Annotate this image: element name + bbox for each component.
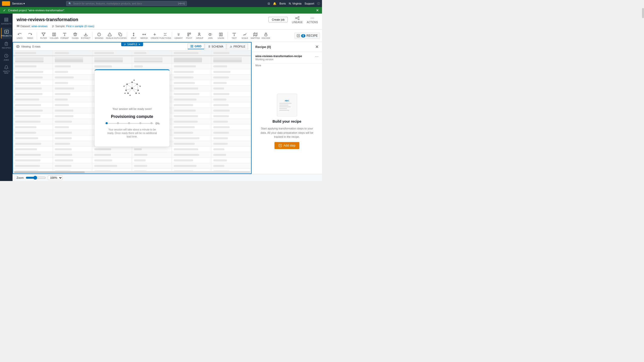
table-cell	[172, 102, 212, 108]
recipe-header-label: Recipe (0)	[255, 45, 271, 49]
column-button[interactable]: COLUMN	[49, 31, 59, 41]
text-button[interactable]: TEXT	[229, 31, 239, 41]
grid-tab[interactable]: GRID	[188, 43, 204, 49]
zoom-select[interactable]: 100% 75% 125% 150%	[48, 175, 63, 180]
table-cell	[172, 75, 212, 80]
scroll-thumb[interactable]	[14, 171, 85, 173]
recipe-more-button[interactable]: ⋯	[315, 55, 318, 59]
sidebar-item-projects[interactable]: PROJECTS	[1, 28, 12, 39]
lineage-button[interactable]: LINEAGE	[292, 16, 303, 24]
scale-button[interactable]: SCALE	[240, 31, 250, 41]
filter-button[interactable]: FILTER	[38, 31, 49, 41]
svg-point-14	[298, 19, 299, 20]
format-button[interactable]: FORMAT	[60, 31, 70, 41]
table-cell	[13, 158, 53, 163]
grid-recipe-container: Viewing 0 rows GRID SCHEMA	[13, 42, 322, 174]
col-header-3	[92, 51, 132, 56]
table-cell	[92, 158, 132, 163]
build-recipe-desc: Start applying transformation steps to y…	[258, 126, 316, 139]
create-button[interactable]: CREATE	[150, 31, 160, 41]
svg-rect-24	[54, 33, 56, 36]
global-search[interactable]: 🔍 Search for services, features, marketp…	[66, 1, 187, 6]
actions-menu[interactable]: ⋯ ACTIONS	[307, 16, 318, 24]
union-button[interactable]: UNION	[216, 31, 226, 41]
table-cell	[53, 141, 93, 146]
table-cell	[53, 135, 93, 141]
col-header-5	[172, 51, 212, 56]
extract-button[interactable]: EXTRACT	[81, 31, 91, 41]
join-button[interactable]: JOIN	[205, 31, 215, 41]
svg-rect-8	[6, 42, 7, 43]
hist-6	[211, 56, 251, 63]
support-menu[interactable]: Support	[304, 2, 314, 5]
recipe-toggle-button[interactable]: 0 RECIPE	[294, 33, 320, 39]
sidebar-item-datasets[interactable]: DATASETS	[1, 16, 12, 27]
svg-rect-61	[191, 47, 192, 48]
svg-marker-50	[254, 33, 257, 36]
sidebar-item-jobs[interactable]: JOBS	[1, 52, 12, 63]
missing-button[interactable]: MISSING	[94, 31, 104, 41]
clean-button[interactable]: CLEAN	[70, 31, 80, 41]
functions-button[interactable]: FUNCTIONS	[160, 31, 170, 41]
svg-rect-3	[5, 21, 8, 22]
table-cell	[92, 152, 132, 157]
table-cell	[172, 163, 212, 168]
sidebar-item-whatsnew[interactable]: WHAT'S NEW	[1, 64, 12, 75]
mapping-button[interactable]: MAPPING	[250, 31, 260, 41]
invalid-button[interactable]: INVALID	[105, 31, 115, 41]
close-recipe-button[interactable]: ✕	[315, 44, 318, 49]
recipe-panel: Recipe (0) ✕ wine-reviews-transformation…	[252, 42, 322, 174]
recipe-illustration: ABC	[277, 94, 297, 116]
encode-button[interactable]: ENCODE	[261, 31, 271, 41]
project-meta: Dataset: wine-reviews Sample: First n sa…	[17, 25, 318, 28]
pivot-button[interactable]: PIVOT	[184, 31, 194, 41]
bell-icon[interactable]: 🔔	[273, 2, 276, 5]
col-header-1	[13, 51, 53, 56]
table-cell	[53, 69, 93, 74]
schema-tab[interactable]: SCHEMA	[205, 43, 226, 49]
merge-button[interactable]: MERGE	[139, 31, 149, 41]
add-step-button[interactable]: Add step	[274, 142, 299, 149]
col-header-2	[53, 51, 93, 56]
svg-point-101	[139, 93, 140, 94]
create-job-button[interactable]: Create job	[268, 17, 288, 22]
table-cell	[172, 147, 212, 152]
redo-button[interactable]: REDO	[25, 31, 35, 41]
table-cell	[172, 130, 212, 135]
svg-line-15	[297, 17, 298, 18]
sep2	[92, 32, 93, 39]
table-cell	[13, 108, 53, 113]
close-banner-button[interactable]: ✕	[316, 8, 319, 12]
undo-button[interactable]: UNDO	[15, 31, 25, 41]
dataset-link[interactable]: wine-reviews	[31, 25, 48, 28]
svg-point-58	[17, 46, 18, 47]
success-banner: ✓ Created project "wine-reviews-transfor…	[0, 7, 322, 14]
table-row	[13, 64, 251, 69]
sidebar-item-recipes[interactable]: RECIPES	[1, 40, 12, 51]
table-cell	[172, 152, 212, 157]
progress-step-3	[139, 122, 141, 124]
services-menu[interactable]: Services ▾	[12, 2, 25, 5]
duplicates-button[interactable]: DUPLICATES	[115, 31, 125, 41]
user-menu[interactable]: Boris	[279, 2, 286, 5]
svg-rect-47	[221, 33, 222, 36]
network-animation	[122, 78, 142, 98]
svg-point-96	[128, 93, 129, 94]
sep4	[172, 32, 172, 39]
group-button[interactable]: GROUP	[195, 31, 205, 41]
table-cell	[211, 158, 251, 163]
notifications-icon[interactable]: ⊡	[268, 2, 270, 5]
histogram-row	[13, 56, 251, 64]
horizontal-scrollbar[interactable]	[13, 171, 251, 173]
sample-link[interactable]: First n sample (0 rows)	[66, 25, 94, 28]
profile-tab[interactable]: PROFILE	[227, 43, 248, 49]
col-header-6	[211, 51, 251, 56]
table-cell	[172, 69, 212, 74]
zoom-slider[interactable]	[26, 176, 46, 180]
sample-tab[interactable]: SAMPLE ✕	[121, 42, 143, 46]
undo-redo-group: UNDO REDO	[15, 31, 35, 41]
svg-point-91	[127, 83, 128, 85]
split-button[interactable]: SPLIT	[129, 31, 139, 41]
unnest-button[interactable]: UNNEST	[174, 31, 184, 41]
region-menu[interactable]: N. Virginia	[289, 2, 302, 5]
